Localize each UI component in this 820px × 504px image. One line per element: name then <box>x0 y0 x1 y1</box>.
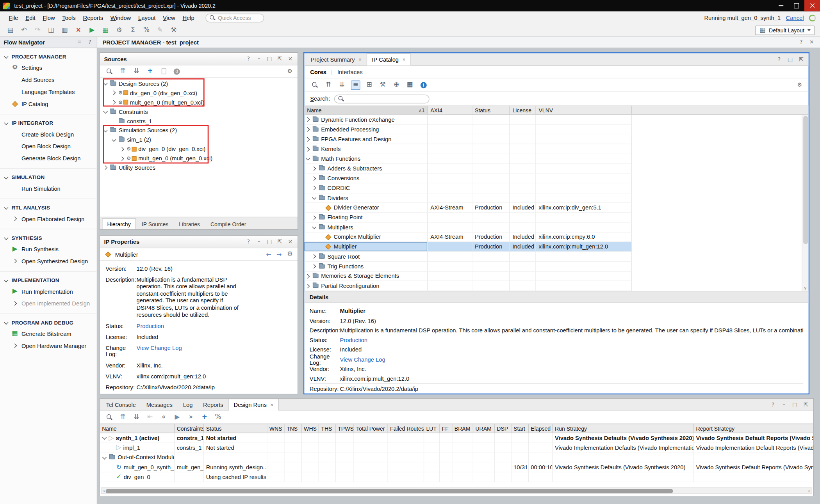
column-header-report-strategy[interactable]: Report Strategy <box>694 424 814 432</box>
column-header-dsp[interactable]: DSP <box>495 424 512 432</box>
tools-button[interactable]: ⚒ <box>168 25 180 35</box>
close-tab-icon[interactable]: × <box>358 57 362 62</box>
tab-project-summary[interactable]: Project Summary× <box>305 53 367 66</box>
catalog-row-partial-reconfiguration[interactable]: Partial Reconfiguration <box>304 281 808 291</box>
chevron-expanded-icon[interactable] <box>4 278 8 282</box>
catalog-row-multiplier[interactable]: MultiplierProductionIncludedxilinx.com:i… <box>304 242 808 252</box>
subtab-cores[interactable]: Cores <box>310 69 326 75</box>
close-button[interactable]: × <box>287 239 293 244</box>
tree-item-div-gen-0-div-gen-0-xci[interactable]: ⚙div_gen_0 (div_gen_0.xci) <box>100 88 298 98</box>
maximize-button[interactable]: □ <box>266 56 273 62</box>
column-header-failed-routes[interactable]: Failed Routes <box>388 424 424 432</box>
chevron-collapsed-icon[interactable] <box>12 216 17 221</box>
catalog-row-square-root[interactable]: Square Root <box>304 252 808 262</box>
menu-window[interactable]: Window <box>107 12 134 23</box>
column-header-ths[interactable]: THS <box>319 424 336 432</box>
close-tab-icon[interactable]: × <box>270 402 273 408</box>
menu-view[interactable]: View <box>159 12 179 23</box>
flow-section-header[interactable]: SIMULATION <box>0 172 97 183</box>
tree-item-mult-gen-0-mult-gen-0-xci[interactable]: ⚙mult_gen_0 (mult_gen_0.xci) <box>100 98 298 107</box>
close-tab-icon[interactable]: × <box>402 57 405 62</box>
minimize-button[interactable]: – <box>781 402 787 407</box>
flow-section-header[interactable]: RTL ANALYSIS <box>0 202 97 213</box>
column-header-axi4[interactable]: AXI4 <box>428 106 472 114</box>
chevron-collapsed-icon[interactable] <box>120 156 125 161</box>
chevron-expanded-icon[interactable] <box>103 109 108 114</box>
run-row-out-of-context-module-runs[interactable]: Out-of-Context Module Runs <box>100 453 813 462</box>
maximize-button[interactable]: □ <box>266 239 273 244</box>
menu-file[interactable]: File <box>5 12 22 23</box>
step-first-button[interactable]: ⇤ <box>145 412 155 422</box>
flow-item-open-block-design[interactable]: Open Block Design <box>0 140 97 152</box>
percent-button[interactable]: % <box>213 412 223 422</box>
flow-item-settings[interactable]: ⚙Settings <box>0 62 97 74</box>
menu-button[interactable]: ≡ <box>77 39 83 45</box>
catalog-row-adders-subtracters[interactable]: Adders & Subtracters <box>304 164 808 174</box>
column-header-ff[interactable]: FF <box>440 424 452 432</box>
catalog-row-multipliers[interactable]: Multipliers <box>304 222 808 232</box>
run-row-div-gen-0[interactable]: ✓div_gen_0Using cached IP results <box>100 472 813 482</box>
flow-item-create-block-design[interactable]: Create Block Design <box>0 128 97 140</box>
maximize-button[interactable] <box>789 0 804 11</box>
close-button[interactable] <box>804 0 820 11</box>
default-view-button[interactable]: ⊞ <box>364 80 374 90</box>
subtab-interfaces[interactable]: Interfaces <box>337 69 363 75</box>
chevron-collapsed-icon[interactable] <box>312 254 316 259</box>
flow-item-open-implemented-design[interactable]: Open Implemented Design <box>0 297 97 309</box>
chevron-collapsed-icon[interactable] <box>312 176 316 181</box>
detail-value[interactable]: Production <box>340 337 804 343</box>
catalog-row-cordic[interactable]: CORDIC <box>304 183 808 193</box>
scrollbar-thumb[interactable] <box>803 116 808 244</box>
expand-all-button[interactable]: ⇊ <box>337 80 347 90</box>
help-button[interactable]: ? <box>776 57 782 62</box>
catalog-row-dynamic-function-exchange[interactable]: Dynamic Function eXchange <box>304 115 808 125</box>
collapse-all-button[interactable]: ⇈ <box>118 67 128 76</box>
chevron-collapsed-icon[interactable] <box>305 147 310 151</box>
help-button[interactable]: ? <box>245 239 251 244</box>
float-button[interactable]: ⇱ <box>803 402 809 407</box>
minimize-button[interactable]: – <box>256 56 262 62</box>
close-button[interactable]: × <box>287 56 293 62</box>
run-row-synth-1-active[interactable]: ▷synth_1 (active)constrs_1Not startedViv… <box>100 433 813 443</box>
tab-tcl-console[interactable]: Tcl Console <box>101 399 141 411</box>
column-header-whs[interactable]: WHS <box>302 424 319 432</box>
column-header-status[interactable]: Status <box>472 106 510 114</box>
gear-icon[interactable]: ⚙ <box>287 251 293 257</box>
menu-flow[interactable]: Flow <box>39 12 59 23</box>
column-header-uram[interactable]: URAM <box>473 424 495 432</box>
flow-item-add-sources[interactable]: Add Sources <box>0 74 97 86</box>
info-button[interactable]: i <box>419 80 428 90</box>
cancel-link[interactable]: Cancel <box>786 14 804 21</box>
chevron-expanded-icon[interactable] <box>4 121 8 125</box>
step-forward-button[interactable]: » <box>186 412 196 422</box>
save-button[interactable]: ▤ <box>4 25 17 35</box>
maximize-button[interactable]: □ <box>787 57 793 62</box>
chevron-collapsed-icon[interactable] <box>305 117 310 122</box>
help-button[interactable]: ? <box>87 39 93 45</box>
column-header-constraints[interactable]: Constraints <box>175 424 204 432</box>
menu-help[interactable]: Help <box>179 12 198 23</box>
run-button[interactable]: ▶ <box>86 25 98 35</box>
float-button[interactable]: ⇱ <box>276 239 283 244</box>
detail-value[interactable]: View Change Log <box>340 356 804 362</box>
catalog-row-memories-storage-elements[interactable]: Memories & Storage Elements <box>304 272 808 281</box>
collapse-all-button[interactable]: ⇈ <box>118 412 128 422</box>
chevron-expanded-icon[interactable] <box>312 225 316 229</box>
tree-item-constrs-1[interactable]: constrs_1 <box>100 116 298 126</box>
chevron-expanded-icon[interactable] <box>305 156 310 161</box>
flow-item-run-synthesis[interactable]: ▶Run Synthesis <box>0 243 97 255</box>
help-button[interactable]: ? <box>798 39 804 45</box>
sources-tab-compile-order[interactable]: Compile Order <box>206 219 251 229</box>
flow-section-header[interactable]: SYNTHESIS <box>0 232 97 243</box>
layout-selector[interactable]: ▦ Default Layout <box>756 25 815 35</box>
column-header-elapsed[interactable]: Elapsed <box>529 424 553 432</box>
chevron-expanded-icon[interactable] <box>102 455 107 460</box>
tab-reports[interactable]: Reports <box>198 399 228 411</box>
catalog-row-math-functions[interactable]: Math Functions <box>304 154 808 164</box>
chevron-collapsed-icon[interactable] <box>312 215 316 220</box>
catalog-row-fpga-features-and-design[interactable]: FPGA Features and Design <box>304 135 808 144</box>
run-row-impl-1[interactable]: ▷impl_1constrs_1Not startedVivado Implem… <box>100 443 813 453</box>
column-header-vlnv[interactable]: VLNV <box>536 106 632 114</box>
chevron-collapsed-icon[interactable] <box>312 264 316 269</box>
chevron-expanded-icon[interactable] <box>103 128 108 133</box>
